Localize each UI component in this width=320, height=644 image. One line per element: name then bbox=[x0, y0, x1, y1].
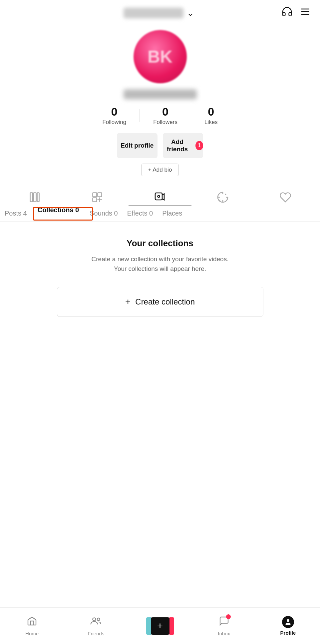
tab-collections[interactable]: Collections 0 bbox=[36, 206, 80, 218]
top-bar: ⌄ bbox=[0, 0, 320, 23]
avatar[interactable]: BK bbox=[134, 30, 187, 83]
svg-rect-7 bbox=[98, 193, 102, 197]
username-blurred bbox=[124, 8, 183, 18]
likes-label: Likes bbox=[204, 119, 218, 126]
home-label: Home bbox=[25, 631, 39, 636]
collections-description: Create a new collection with your favori… bbox=[92, 255, 229, 274]
tab-collections-icon[interactable] bbox=[66, 186, 129, 206]
svg-point-10 bbox=[158, 196, 160, 198]
nav-friends[interactable]: Friends bbox=[64, 616, 128, 636]
collections-content: Your collections Create a new collection… bbox=[0, 222, 320, 323]
home-icon bbox=[27, 616, 37, 629]
plus-icon: + bbox=[125, 297, 131, 307]
followers-count: 0 bbox=[162, 105, 168, 118]
svg-rect-9 bbox=[155, 193, 162, 200]
add-bio-button[interactable]: + Add bio bbox=[141, 164, 179, 176]
tab-collections-wrap: Collections 0 bbox=[36, 206, 90, 221]
username-area[interactable]: ⌄ bbox=[124, 8, 194, 18]
profile-nav-icon bbox=[282, 616, 294, 628]
add-friends-button[interactable]: Add friends 1 bbox=[163, 133, 203, 158]
tab-posts[interactable]: Posts 4 bbox=[5, 206, 27, 221]
bottom-nav: Home Friends + Inbox bbox=[0, 607, 320, 644]
tab-posts-icon[interactable] bbox=[3, 186, 66, 206]
nav-profile[interactable]: Profile bbox=[256, 616, 320, 636]
tab-sounds[interactable]: Sounds 0 bbox=[90, 206, 118, 221]
display-name-blurred bbox=[124, 89, 197, 99]
svg-point-12 bbox=[97, 618, 100, 621]
stat-followers[interactable]: 0 Followers bbox=[140, 105, 191, 126]
headphone-icon[interactable] bbox=[281, 6, 293, 20]
svg-point-11 bbox=[93, 618, 96, 621]
action-buttons: Edit profile Add friends 1 bbox=[110, 133, 210, 158]
tab-places[interactable]: Places bbox=[162, 206, 182, 221]
svg-point-13 bbox=[287, 619, 289, 622]
plus-icon: + bbox=[157, 620, 163, 632]
tabs-icons-row bbox=[0, 186, 320, 206]
svg-rect-3 bbox=[30, 193, 33, 202]
avatar-initials: BK bbox=[148, 47, 172, 67]
followers-label: Followers bbox=[153, 119, 177, 126]
following-count: 0 bbox=[111, 105, 118, 118]
nav-inbox[interactable]: Inbox bbox=[192, 616, 256, 636]
following-label: Following bbox=[102, 119, 126, 126]
tabs-container: Posts 4 Collections 0 Sounds 0 Effects 0… bbox=[0, 186, 320, 222]
profile-header: BK 0 Following 0 Followers 0 Likes Edit … bbox=[0, 23, 320, 183]
svg-rect-6 bbox=[93, 193, 97, 197]
inbox-notification-dot bbox=[226, 614, 231, 619]
inbox-label: Inbox bbox=[218, 631, 230, 636]
tabs-labels-row: Posts 4 Collections 0 Sounds 0 Effects 0… bbox=[0, 206, 320, 221]
create-collection-label: Create collection bbox=[135, 297, 195, 307]
nav-home[interactable]: Home bbox=[0, 616, 64, 636]
svg-rect-5 bbox=[37, 193, 39, 202]
add-friends-badge: 1 bbox=[195, 141, 203, 150]
edit-profile-button[interactable]: Edit profile bbox=[117, 133, 157, 158]
add-friends-label: Add friends bbox=[163, 138, 192, 153]
friends-label: Friends bbox=[88, 631, 104, 636]
dropdown-chevron-icon[interactable]: ⌄ bbox=[187, 8, 194, 18]
stats-row: 0 Following 0 Followers 0 Likes bbox=[89, 105, 231, 126]
menu-icon[interactable] bbox=[300, 6, 311, 20]
collections-title: Your collections bbox=[127, 238, 193, 249]
stat-following[interactable]: 0 Following bbox=[89, 105, 140, 126]
likes-count: 0 bbox=[208, 105, 214, 118]
svg-rect-8 bbox=[93, 198, 97, 202]
nav-plus[interactable]: + bbox=[128, 617, 192, 635]
top-right-actions bbox=[281, 6, 311, 20]
stat-likes[interactable]: 0 Likes bbox=[191, 105, 231, 126]
tab-effects-icon[interactable] bbox=[191, 186, 254, 206]
create-collection-button[interactable]: + Create collection bbox=[57, 287, 263, 317]
svg-rect-4 bbox=[34, 193, 36, 202]
plus-button[interactable]: + bbox=[148, 617, 172, 635]
tab-effects[interactable]: Effects 0 bbox=[127, 206, 153, 221]
profile-nav-label: Profile bbox=[280, 630, 296, 636]
inbox-wrap bbox=[219, 616, 229, 629]
friends-icon bbox=[90, 616, 102, 629]
tab-places-icon[interactable] bbox=[254, 186, 317, 206]
tab-sounds-icon[interactable] bbox=[129, 186, 191, 206]
